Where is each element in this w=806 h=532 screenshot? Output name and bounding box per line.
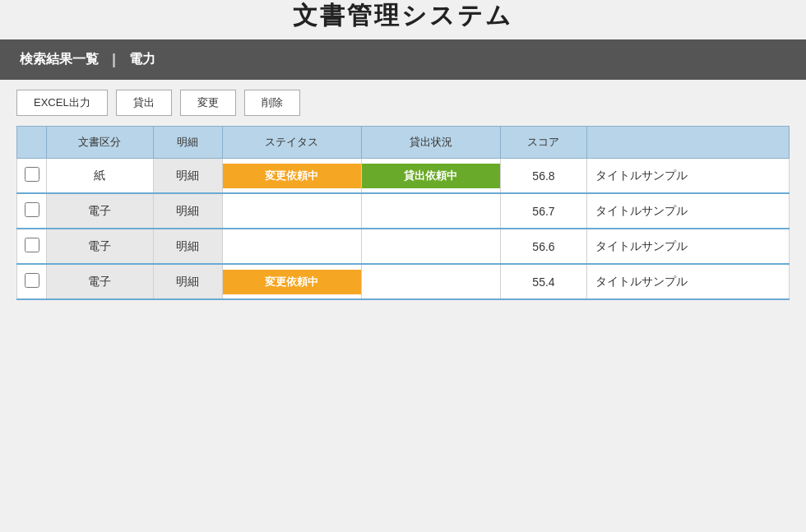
row3-score: 56.6 xyxy=(500,229,586,264)
row3-checkbox[interactable] xyxy=(25,238,39,252)
row1-doc-type: 紙 xyxy=(47,159,154,194)
header-checkbox-cell xyxy=(17,127,47,159)
header-doc-type: 文書区分 xyxy=(47,127,154,159)
section-separator: | xyxy=(112,51,116,68)
header-score: スコア xyxy=(500,127,586,159)
toolbar: EXCEL出力 貸出 変更 削除 xyxy=(0,80,806,126)
row3-loan-status xyxy=(361,229,500,264)
row1-checkbox[interactable] xyxy=(25,167,39,182)
page-title: 文書管理システム xyxy=(293,2,513,29)
row2-checkbox-cell xyxy=(17,193,47,229)
row1-status-badge: 変更依頼中 xyxy=(223,164,361,188)
row4-detail: 明細 xyxy=(153,264,222,299)
row2-title: タイトルサンプル xyxy=(587,193,790,229)
table-row: 電子 明細 56.6 タイトルサンプル xyxy=(17,229,790,264)
row2-doc-type: 電子 xyxy=(47,193,154,229)
row4-score: 55.4 xyxy=(500,264,586,299)
row4-checkbox-cell xyxy=(17,264,47,299)
header-detail: 明細 xyxy=(153,127,222,159)
change-button[interactable]: 変更 xyxy=(180,90,236,116)
header-status: ステイタス xyxy=(223,127,362,159)
row3-doc-type: 電子 xyxy=(47,229,154,264)
row1-status: 変更依頼中 xyxy=(223,159,362,194)
delete-button[interactable]: 削除 xyxy=(244,90,300,116)
row1-score: 56.8 xyxy=(500,159,586,194)
row3-title: タイトルサンプル xyxy=(587,229,790,264)
page-wrapper: 文書管理システム 検索結果一覧 | 電力 EXCEL出力 貸出 変更 削除 文書… xyxy=(0,0,806,532)
table-row: 紙 明細 変更依頼中 貸出依頼中 56.8 タイトルサンプル xyxy=(17,159,790,194)
results-table-wrapper: 文書区分 明細 ステイタス 貸出状況 スコア 紙 明細 変更 xyxy=(0,126,806,317)
row2-checkbox[interactable] xyxy=(25,202,39,217)
section-category: 電力 xyxy=(129,51,155,68)
row4-title: タイトルサンプル xyxy=(587,264,790,299)
row1-loan-badge: 貸出依頼中 xyxy=(362,164,500,188)
section-label: 検索結果一覧 xyxy=(20,51,99,68)
row4-status: 変更依頼中 xyxy=(223,264,362,299)
row3-status xyxy=(223,229,362,264)
row2-score: 56.7 xyxy=(500,193,586,229)
row3-detail: 明細 xyxy=(153,229,222,264)
row3-checkbox-cell xyxy=(17,229,47,264)
results-table: 文書区分 明細 ステイタス 貸出状況 スコア 紙 明細 変更 xyxy=(16,126,790,300)
loan-button[interactable]: 貸出 xyxy=(116,90,172,116)
excel-export-button[interactable]: EXCEL出力 xyxy=(16,90,108,116)
row1-detail: 明細 xyxy=(153,159,222,194)
header-loan-status: 貸出状況 xyxy=(361,127,500,159)
page-header: 文書管理システム xyxy=(0,0,806,31)
row2-loan-status xyxy=(361,193,500,229)
row2-detail: 明細 xyxy=(153,193,222,229)
section-header: 検索結果一覧 | 電力 xyxy=(0,39,806,80)
row4-doc-type: 電子 xyxy=(47,264,154,299)
header-title xyxy=(587,127,790,159)
row1-checkbox-cell xyxy=(17,159,47,194)
table-row: 電子 明細 変更依頼中 55.4 タイトルサンプル xyxy=(17,264,790,299)
row1-title: タイトルサンプル xyxy=(587,159,790,194)
row4-checkbox[interactable] xyxy=(25,273,39,288)
row4-status-badge: 変更依頼中 xyxy=(223,270,361,294)
row2-status xyxy=(223,193,362,229)
row4-loan-status xyxy=(361,264,500,299)
row1-loan-status: 貸出依頼中 xyxy=(361,159,500,194)
table-row: 電子 明細 56.7 タイトルサンプル xyxy=(17,193,790,229)
